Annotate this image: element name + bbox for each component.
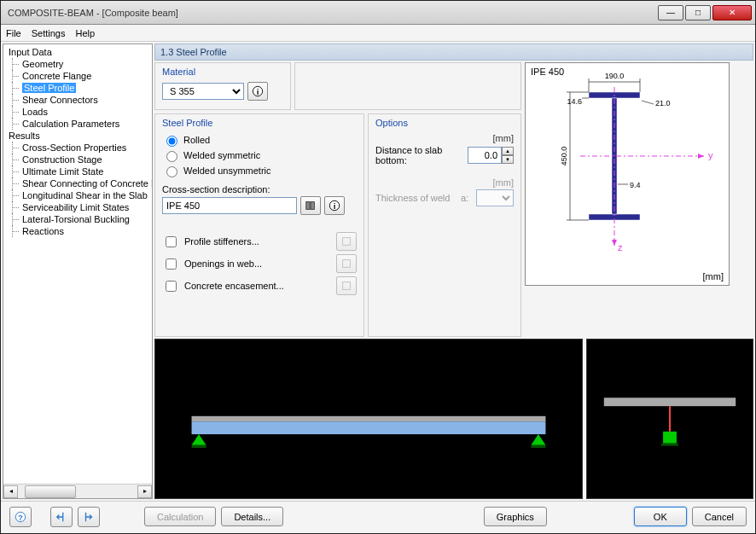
radio-welded-unsym[interactable] [166,166,177,177]
material-select[interactable]: S 355 [162,83,244,100]
weld-select [476,189,514,206]
tree-item-ltb[interactable]: Lateral-Torsional Buckling [3,213,152,225]
svg-rect-26 [192,416,546,421]
tree-item-calc-params[interactable]: Calculation Parameters [3,118,152,130]
minimize-button[interactable]: — [658,5,683,20]
tree-item-reactions[interactable]: Reactions [3,225,152,237]
svg-text:i: i [334,201,336,211]
chk-openings-label: Openings in web... [184,258,331,269]
chk-openings[interactable] [166,258,177,270]
dist-down-button[interactable]: ▼ [502,155,514,164]
tree-hscrollbar[interactable]: ◂ ▸ [3,484,152,498]
radio-rolled[interactable] [166,136,177,147]
cs-desc-input[interactable] [162,197,297,214]
svg-rect-7 [343,260,351,268]
dim-tf: 14.6 [567,97,582,106]
tree-item-longitudinal-shear[interactable]: Longitudinal Shear in the Slab [3,189,152,201]
calculation-button: Calculation [144,507,216,526]
dist-input[interactable] [468,147,502,164]
scroll-track[interactable] [18,485,137,498]
material-title: Material [162,67,283,80]
cs-library-button[interactable] [300,196,321,215]
help-button[interactable]: ? [9,507,32,527]
options-panel: Options [mm] Distance to slab bottom: ▲▼ [368,113,521,337]
close-button[interactable]: ✕ [712,5,752,20]
menu-settings[interactable]: Settings [32,28,66,38]
tree-item-loads[interactable]: Loads [3,106,152,118]
main-panel: 1.3 Steel Profile Material S 355 i [154,44,753,499]
svg-rect-8 [343,282,351,290]
steel-profile-title: Steel Profile [162,118,357,131]
tree-item-shear-conn-concrete[interactable]: Shear Connecting of Concrete Flange [3,177,152,189]
upper-area: Material S 355 i [154,62,753,337]
options-title: Options [375,118,514,131]
profile-diagram: IPE 450 [525,62,730,286]
graphics-button[interactable]: Graphics [484,507,547,526]
section-preview[interactable] [586,339,753,499]
unit-mm-2: [mm] [488,177,514,188]
tree-item-sls[interactable]: Serviceability Limit States [3,201,152,213]
svg-marker-30 [531,434,545,445]
svg-rect-31 [531,445,545,448]
ok-button[interactable]: OK [634,507,687,526]
maximize-button[interactable]: □ [685,5,711,20]
chk-encasement[interactable] [166,281,177,292]
page-heading: 1.3 Steel Profile [154,44,753,61]
profile-svg: 190.0 450.0 14.6 21.0 [529,67,725,271]
radio-welded-sym-label: Welded symmetric [183,150,260,160]
radio-welded-sym[interactable] [166,151,177,162]
dim-width: 190.0 [605,72,625,80]
tree-item-uls[interactable]: Ultimate Limit State [3,165,152,177]
chk-stiffeners[interactable] [166,236,177,247]
menu-file[interactable]: File [6,28,21,38]
nav-tree: Input Data Geometry Concrete Flange Stee… [3,44,152,484]
material-info-button[interactable]: i [247,82,268,101]
axis-z-label: z [618,242,623,252]
tree-results[interactable]: Results [3,130,152,142]
cs-info-button[interactable]: i [324,196,345,215]
dist-spinner: ▲▼ [468,147,514,164]
radio-welded-unsym-label: Welded unsymmetric [183,165,271,176]
svg-line-20 [642,101,654,104]
left-column: Material S 355 i [154,62,521,337]
content-area: Input Data Geometry Concrete Flange Stee… [1,42,755,501]
tree-item-steel-profile[interactable]: Steel Profile [3,82,152,94]
footer-bar: ? Calculation Details... Graphics OK Can… [1,501,755,533]
prev-button[interactable] [50,507,73,527]
window-controls: — □ ✕ [656,5,752,20]
dist-up-button[interactable]: ▲ [502,147,514,155]
nav-tree-panel: Input Data Geometry Concrete Flange Stee… [3,44,153,499]
tree-item-shear-connectors[interactable]: Shear Connectors [3,94,152,106]
details-button[interactable]: Details... [221,507,283,526]
svg-rect-27 [192,421,546,434]
svg-rect-34 [663,432,677,444]
radio-rolled-label: Rolled [183,135,210,145]
empty-panel [294,62,521,110]
svg-marker-28 [192,434,206,445]
tree-item-geometry[interactable]: Geometry [3,58,152,70]
menubar: File Settings Help [1,25,755,42]
scroll-thumb[interactable] [25,485,76,498]
cs-desc-label: Cross-section description: [162,184,357,194]
profile-unit: [mm] [703,271,724,282]
tree-item-cross-section[interactable]: Cross-Section Properties [3,142,152,154]
dim-height: 450.0 [560,147,568,166]
openings-edit-button [336,254,357,273]
beam-preview[interactable] [154,339,583,499]
svg-rect-2 [306,202,310,210]
scroll-left-button[interactable]: ◂ [3,485,18,498]
svg-rect-35 [661,444,678,446]
menu-help[interactable]: Help [75,28,95,38]
dist-label: Distance to slab bottom: [375,145,464,165]
window-title: COMPOSITE-BEAM - [Composite beam] [4,8,178,18]
material-panel: Material S 355 i [154,62,291,110]
scroll-right-button[interactable]: ▸ [137,485,152,498]
tree-item-construction-stage[interactable]: Construction Stage [3,154,152,165]
next-button[interactable] [78,507,100,527]
thickness-label: Thickness of weld [375,193,457,203]
chk-stiffeners-label: Profile stiffeners... [184,236,331,247]
tree-item-concrete-flange[interactable]: Concrete Flange [3,70,152,82]
cancel-button[interactable]: Cancel [692,507,747,526]
svg-rect-3 [311,202,314,210]
tree-input-data[interactable]: Input Data [3,46,152,58]
